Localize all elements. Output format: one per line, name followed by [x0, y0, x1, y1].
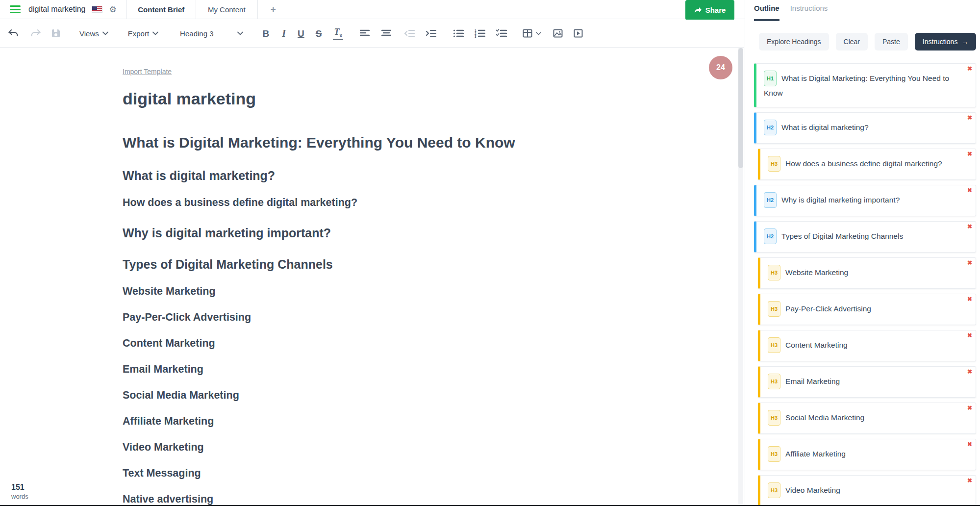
editor-headings: What is Digital Marketing: Everything Yo… — [123, 134, 618, 506]
heading-style-dropdown[interactable]: Heading 3 — [180, 29, 243, 38]
outline-card-label: Website Marketing — [785, 268, 848, 277]
bullet-list-button[interactable] — [453, 29, 464, 38]
export-dropdown[interactable]: Export — [128, 29, 158, 38]
editor-heading-h3[interactable]: How does a business define digital marke… — [123, 196, 618, 209]
outline-card-label: Content Marketing — [785, 341, 848, 349]
editor-heading-h2[interactable]: What is digital marketing? — [123, 168, 618, 183]
explore-headings-button[interactable]: Explore Headings — [759, 33, 829, 51]
share-arrow-icon — [694, 7, 702, 14]
heading-level-badge: H3 — [768, 374, 780, 389]
outline-card[interactable]: H1What is Digital Marketing: Everything … — [754, 63, 976, 107]
remove-heading-icon[interactable]: ✖ — [967, 260, 972, 266]
outline-card-label: Pay-Per-Click Advertising — [785, 304, 871, 313]
editor-heading-h3[interactable]: Content Marketing — [123, 337, 618, 350]
heading-level-badge: H2 — [764, 228, 777, 244]
heading-level-badge: H3 — [768, 265, 780, 280]
tab-divider — [257, 0, 258, 19]
checklist-button[interactable] — [496, 29, 507, 38]
editor-heading-h3[interactable]: Affiliate Marketing — [123, 415, 618, 428]
outline-card[interactable]: H3Affiliate Marketing✖ — [758, 439, 976, 470]
align-center-button[interactable] — [381, 29, 391, 37]
align-left-button[interactable] — [360, 29, 370, 37]
editor-heading-h1[interactable]: What is Digital Marketing: Everything Yo… — [123, 134, 618, 152]
add-tab-button[interactable]: + — [271, 4, 276, 15]
editor-heading-h2[interactable]: Types of Digital Marketing Channels — [123, 257, 618, 272]
strikethrough-button[interactable]: S — [316, 29, 322, 38]
editor-heading-h3[interactable]: Email Marketing — [123, 363, 618, 376]
editor-heading-h3[interactable]: Pay-Per-Click Advertising — [123, 311, 618, 324]
editor-heading-h3[interactable]: Social Media Marketing — [123, 389, 618, 402]
outline-card[interactable]: H3Video Marketing✖ — [758, 475, 976, 506]
table-button[interactable] — [523, 29, 541, 38]
arrow-right-icon: → — [961, 38, 968, 46]
paste-button[interactable]: Paste — [875, 33, 908, 51]
outdent-button[interactable] — [404, 29, 415, 37]
outline-card[interactable]: H2What is digital marketing?✖ — [754, 112, 976, 144]
remove-heading-icon[interactable]: ✖ — [967, 478, 972, 483]
views-dropdown[interactable]: Views — [79, 29, 108, 38]
tab-my-content[interactable]: My Content — [196, 0, 257, 19]
clear-formatting-button[interactable]: Tx — [333, 27, 343, 40]
editor-heading-h3[interactable]: Website Marketing — [123, 285, 618, 298]
remove-heading-icon[interactable]: ✖ — [967, 66, 972, 72]
outline-card[interactable]: H3Pay-Per-Click Advertising✖ — [758, 294, 976, 325]
editor-heading-h3[interactable]: Native advertising — [123, 493, 618, 506]
editor-toolbar: Views Export Heading 3 B I U S Tx 123 — [0, 20, 744, 48]
outline-sidebar: Outline Instructions Explore Headings Cl… — [745, 0, 980, 506]
sidebar-tabs: Outline Instructions — [745, 0, 980, 21]
outline-card-label: Video Marketing — [785, 486, 840, 494]
clear-button[interactable]: Clear — [836, 33, 868, 51]
indent-button[interactable] — [426, 29, 436, 37]
insert-video-button[interactable] — [574, 29, 583, 38]
editor-doc-title[interactable]: digital marketing — [123, 89, 618, 108]
remove-heading-icon[interactable]: ✖ — [967, 151, 972, 157]
heading-level-badge: H1 — [764, 71, 777, 86]
document-title: digital marketing — [28, 5, 86, 14]
outline-card[interactable]: H3Website Marketing✖ — [758, 257, 976, 289]
tab-outline[interactable]: Outline — [754, 4, 779, 21]
underline-button[interactable]: U — [298, 29, 304, 38]
editor-scrollbar[interactable] — [738, 48, 743, 506]
editor-scrollbar-thumb[interactable] — [738, 48, 743, 168]
heading-level-badge: H3 — [768, 446, 780, 462]
outline-card[interactable]: H3Email Marketing✖ — [758, 366, 976, 398]
remove-heading-icon[interactable]: ✖ — [967, 187, 972, 193]
heading-level-badge: H3 — [768, 156, 780, 172]
remove-heading-icon[interactable]: ✖ — [967, 224, 972, 229]
undo-button[interactable] — [8, 28, 19, 38]
outline-card-label: What is Digital Marketing: Everything Yo… — [764, 74, 949, 97]
hamburger-menu-icon[interactable] — [10, 5, 21, 13]
chevron-down-icon — [102, 31, 108, 35]
remove-heading-icon[interactable]: ✖ — [967, 296, 972, 302]
editor-heading-h3[interactable]: Video Marketing — [123, 441, 618, 454]
save-button[interactable] — [51, 28, 61, 38]
share-button[interactable]: Share — [685, 0, 734, 20]
remove-heading-icon[interactable]: ✖ — [967, 369, 972, 375]
editor-heading-h3[interactable]: Text Messaging — [123, 467, 618, 480]
remove-heading-icon[interactable]: ✖ — [967, 115, 972, 121]
bold-button[interactable]: B — [263, 29, 270, 38]
outline-card[interactable]: H3Social Media Marketing✖ — [758, 403, 976, 434]
ordered-list-button[interactable]: 123 — [475, 29, 485, 38]
outline-card[interactable]: H3Content Marketing✖ — [758, 330, 976, 361]
outline-card[interactable]: H3How does a business define digital mar… — [758, 149, 976, 180]
italic-button[interactable]: I — [282, 28, 286, 38]
editor-canvas[interactable]: Import Template digital marketing What i… — [0, 48, 744, 506]
redo-button[interactable] — [30, 28, 41, 38]
tab-content-brief[interactable]: Content Brief — [127, 0, 196, 19]
remove-heading-icon[interactable]: ✖ — [967, 405, 972, 411]
remove-heading-icon[interactable]: ✖ — [967, 441, 972, 447]
import-template-link[interactable]: Import Template — [123, 68, 172, 76]
outline-card[interactable]: H2Types of Digital Marketing Channels✖ — [754, 221, 976, 253]
tab-instructions[interactable]: Instructions — [790, 4, 828, 21]
insert-image-button[interactable] — [553, 29, 563, 38]
chevron-down-icon — [237, 31, 243, 35]
remove-heading-icon[interactable]: ✖ — [967, 332, 972, 338]
editor-heading-h2[interactable]: Why is digital marketing important? — [123, 226, 618, 240]
heading-level-badge: H2 — [764, 120, 777, 135]
sidebar-actions: Explore Headings Clear Paste Instruction… — [759, 33, 980, 51]
instructions-button[interactable]: Instructions → — [915, 33, 977, 51]
outline-card-list: H1What is Digital Marketing: Everything … — [745, 63, 980, 506]
outline-card[interactable]: H2Why is digital marketing important?✖ — [754, 185, 976, 216]
gear-icon[interactable]: ⚙ — [109, 5, 117, 14]
